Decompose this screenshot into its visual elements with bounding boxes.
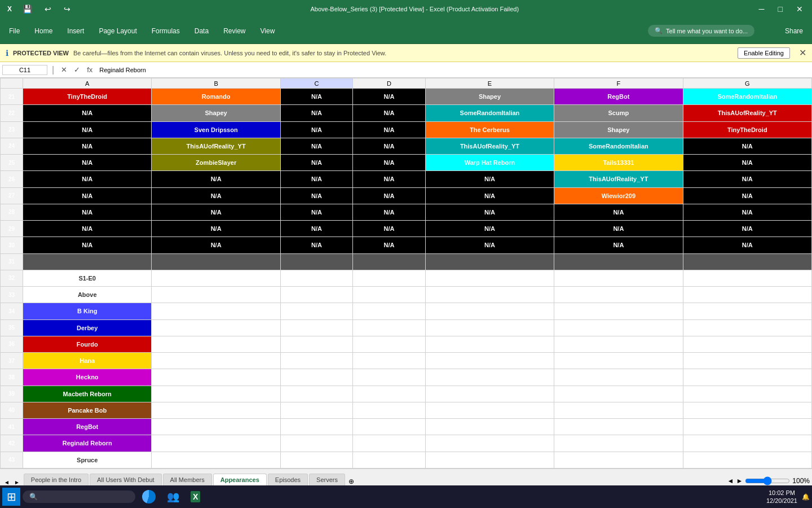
table-cell[interactable]: Reginald Reborn — [23, 435, 152, 452]
table-cell[interactable] — [425, 452, 554, 468]
table-cell[interactable] — [425, 435, 554, 452]
table-cell[interactable]: Heckno — [23, 369, 152, 386]
tab-formulas[interactable]: Formulas — [145, 24, 187, 38]
table-cell[interactable] — [152, 353, 280, 369]
tab-file[interactable]: File — [2, 24, 27, 38]
table-cell[interactable]: ThisAUofReality_YT — [554, 171, 683, 187]
col-header-B[interactable]: B — [152, 78, 280, 89]
tab-home[interactable]: Home — [28, 24, 59, 38]
table-cell[interactable] — [353, 369, 425, 386]
table-cell[interactable] — [683, 319, 811, 336]
table-cell[interactable]: N/A — [353, 204, 425, 220]
table-cell[interactable]: N/A — [683, 221, 811, 237]
table-cell[interactable] — [152, 435, 280, 452]
table-cell[interactable]: Spruce — [23, 452, 152, 468]
table-cell[interactable] — [554, 336, 683, 352]
table-cell[interactable] — [425, 253, 554, 270]
table-cell[interactable]: N/A — [683, 171, 811, 187]
table-cell[interactable] — [280, 386, 352, 402]
table-cell[interactable] — [554, 270, 683, 286]
table-cell[interactable] — [425, 319, 554, 336]
table-cell[interactable] — [683, 369, 811, 386]
table-cell[interactable] — [425, 419, 554, 435]
table-cell[interactable]: N/A — [23, 121, 152, 138]
table-cell[interactable]: N/A — [554, 204, 683, 220]
table-cell[interactable] — [683, 386, 811, 402]
table-cell[interactable] — [353, 270, 425, 286]
quick-save[interactable]: 💾 — [18, 2, 37, 16]
table-cell[interactable]: N/A — [554, 237, 683, 253]
table-cell[interactable]: N/A — [425, 171, 554, 187]
table-cell[interactable] — [152, 270, 280, 286]
table-cell[interactable] — [280, 319, 352, 336]
table-cell[interactable]: Derbey — [23, 319, 152, 336]
table-cell[interactable] — [683, 303, 811, 319]
table-cell[interactable] — [683, 270, 811, 286]
table-cell[interactable]: N/A — [152, 187, 280, 204]
table-cell[interactable] — [23, 253, 152, 270]
table-cell[interactable] — [152, 369, 280, 386]
table-cell[interactable]: N/A — [152, 221, 280, 237]
table-cell[interactable] — [280, 353, 352, 369]
table-cell[interactable] — [353, 386, 425, 402]
tab-scroll-left[interactable]: ◄ — [727, 477, 734, 485]
table-cell[interactable]: N/A — [425, 187, 554, 204]
tab-all-members[interactable]: All Members — [163, 474, 212, 485]
table-cell[interactable] — [554, 369, 683, 386]
quick-undo[interactable]: ↩ — [40, 2, 56, 16]
share-button[interactable]: Share — [778, 24, 810, 38]
table-cell[interactable]: N/A — [554, 221, 683, 237]
enable-editing-button[interactable]: Enable Editing — [738, 47, 790, 59]
table-cell[interactable] — [554, 287, 683, 303]
table-cell[interactable]: Fourdo — [23, 336, 152, 352]
table-cell[interactable]: N/A — [23, 138, 152, 154]
col-header-D[interactable]: D — [353, 78, 425, 89]
table-cell[interactable] — [554, 386, 683, 402]
tab-nav-left[interactable]: ◄ — [2, 479, 11, 485]
table-cell[interactable] — [280, 303, 352, 319]
table-cell[interactable] — [353, 253, 425, 270]
table-cell[interactable]: N/A — [683, 155, 811, 171]
table-cell[interactable]: N/A — [280, 204, 352, 220]
confirm-formula-icon[interactable]: ✓ — [72, 65, 82, 74]
col-header-E[interactable]: E — [425, 78, 554, 89]
tab-view[interactable]: View — [254, 24, 282, 38]
table-cell[interactable] — [425, 369, 554, 386]
table-cell[interactable]: N/A — [23, 221, 152, 237]
table-cell[interactable]: N/A — [152, 204, 280, 220]
table-cell[interactable]: SomeRandomItalian — [425, 105, 554, 121]
close-protected-bar[interactable]: ✕ — [799, 47, 806, 58]
table-cell[interactable] — [353, 402, 425, 418]
ribbon-search[interactable]: 🔍 Tell me what you want to do... — [648, 25, 754, 37]
tab-scroll-right[interactable]: ► — [736, 477, 743, 485]
table-cell[interactable]: N/A — [23, 237, 152, 253]
table-cell[interactable] — [683, 336, 811, 352]
table-cell[interactable] — [152, 336, 280, 352]
table-cell[interactable]: Above — [23, 287, 152, 303]
table-cell[interactable]: N/A — [23, 171, 152, 187]
table-cell[interactable]: ThisAUofReality_YT — [152, 138, 280, 154]
table-cell[interactable]: N/A — [353, 237, 425, 253]
table-cell[interactable] — [353, 336, 425, 352]
table-cell[interactable] — [683, 435, 811, 452]
table-cell[interactable]: Romando — [152, 89, 280, 105]
table-cell[interactable] — [152, 253, 280, 270]
table-cell[interactable] — [280, 402, 352, 418]
table-cell[interactable]: N/A — [353, 171, 425, 187]
table-cell[interactable]: ZombieSlayer — [152, 155, 280, 171]
table-cell[interactable] — [554, 353, 683, 369]
table-cell[interactable]: N/A — [280, 155, 352, 171]
table-cell[interactable]: S1-E0 — [23, 270, 152, 286]
table-cell[interactable] — [683, 353, 811, 369]
start-button[interactable]: ⊞ — [2, 488, 20, 506]
table-cell[interactable]: N/A — [353, 221, 425, 237]
tab-appearances[interactable]: Appearances — [213, 474, 267, 485]
table-cell[interactable] — [683, 419, 811, 435]
table-cell[interactable] — [152, 452, 280, 468]
col-header-A[interactable]: A — [23, 78, 152, 89]
table-cell[interactable]: SomeRandomItalian — [683, 89, 811, 105]
table-cell[interactable] — [425, 336, 554, 352]
tab-nav-right[interactable]: ► — [12, 479, 21, 485]
table-cell[interactable] — [554, 452, 683, 468]
table-cell[interactable]: RegBot — [23, 419, 152, 435]
